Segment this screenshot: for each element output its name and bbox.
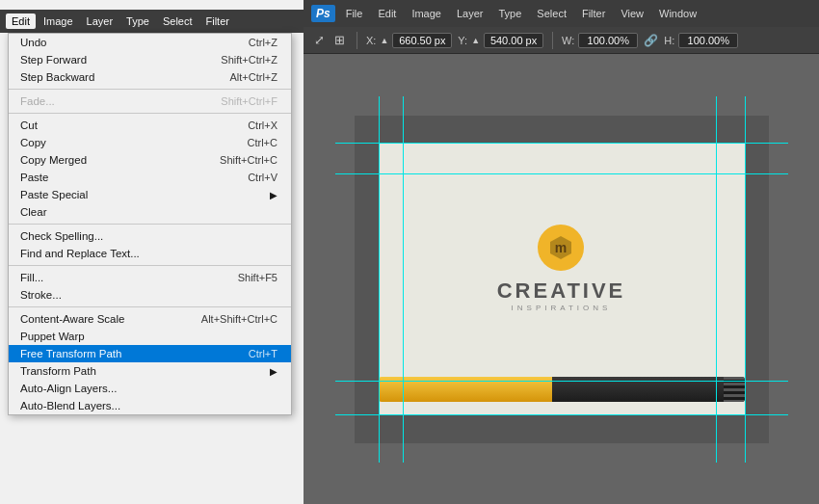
menu-item-auto-blend-layers[interactable]: Auto-Blend Layers...	[9, 397, 291, 414]
logo-creative-text: CREATIVE	[497, 279, 626, 304]
ps-menu-filter[interactable]: Filter	[575, 6, 612, 21]
w-size-group: W: 100.00%	[562, 33, 638, 48]
transform-mode-icon[interactable]: ⊞	[331, 31, 348, 49]
ps-menu-window[interactable]: Window	[652, 6, 703, 21]
w-label: W:	[562, 35, 574, 46]
guide-right-inner	[716, 96, 717, 463]
menu-item-step-forward[interactable]: Step Forward Shift+Ctrl+Z	[9, 51, 291, 68]
ps-titlebar: Ps File Edit Image Layer Type Select Fil…	[304, 0, 819, 27]
ps-logo: Ps	[311, 5, 335, 22]
document-canvas: m CREATIVE INSPIRATIONS	[355, 116, 769, 443]
y-label: Y:	[458, 35, 467, 46]
y-triangle-icon: ▲	[471, 36, 480, 45]
menu-filter[interactable]: Filter	[200, 13, 235, 29]
x-value[interactable]: 660.50 px	[392, 33, 452, 48]
menu-item-auto-align-layers[interactable]: Auto-Align Layers...	[9, 380, 291, 397]
menu-item-content-aware-scale[interactable]: Content-Aware Scale Alt+Shift+Ctrl+C	[9, 310, 291, 328]
logo-inspirations-text: INSPIRATIONS	[512, 304, 612, 312]
h-size-group: H: 100.00%	[664, 33, 738, 48]
menu-item-copy-merged[interactable]: Copy Merged Shift+Ctrl+C	[9, 151, 291, 169]
y-position-group: Y: ▲ 540.00 px	[458, 33, 543, 48]
guide-left-outer	[379, 96, 380, 463]
content-area: m CREATIVE INSPIRATIONS	[379, 143, 745, 414]
separator-2	[9, 113, 291, 114]
menu-item-step-backward[interactable]: Step Backward Alt+Ctrl+Z	[9, 68, 291, 86]
logo-area: m CREATIVE INSPIRATIONS	[497, 225, 626, 312]
ps-menu-view[interactable]: View	[614, 6, 650, 21]
menu-item-paste[interactable]: Paste Ctrl+V	[9, 169, 291, 186]
ps-menu-layer[interactable]: Layer	[450, 6, 490, 21]
ps-options-bar: ⤢ ⊞ X: ▲ 660.50 px Y: ▲ 540.00 px W: 100…	[304, 27, 819, 54]
ps-menu-bar: File Edit Image Layer Type Select Filter…	[339, 6, 703, 21]
w-value[interactable]: 100.00%	[578, 33, 638, 48]
menu-item-puppet-warp[interactable]: Puppet Warp	[9, 328, 291, 345]
logo-circle: m	[538, 225, 584, 271]
menu-item-undo[interactable]: Undo Ctrl+Z	[9, 34, 291, 51]
menu-select[interactable]: Select	[157, 13, 198, 29]
transform-arrow-icon[interactable]: ⤢	[311, 31, 328, 49]
canvas-area: m CREATIVE INSPIRATIONS	[304, 54, 819, 504]
menu-item-copy[interactable]: Copy Ctrl+C	[9, 134, 291, 151]
menu-item-find-replace[interactable]: Find and Replace Text...	[9, 245, 291, 262]
cutter-tool	[379, 374, 745, 405]
menu-item-clear[interactable]: Clear	[9, 203, 291, 221]
menu-item-free-transform-path[interactable]: Free Transform Path Ctrl+T	[9, 345, 291, 362]
menu-edit[interactable]: Edit	[6, 13, 36, 29]
transform-tool-group: ⤢ ⊞	[311, 31, 348, 49]
x-triangle-icon: ▲	[380, 36, 388, 45]
right-panel: Ps File Edit Image Layer Type Select Fil…	[304, 0, 819, 504]
menu-item-paste-special[interactable]: Paste Special ▶	[9, 186, 291, 203]
guide-right-outer	[745, 96, 746, 463]
menu-item-fill[interactable]: Fill... Shift+F5	[9, 269, 291, 286]
menu-item-stroke[interactable]: Stroke...	[9, 286, 291, 304]
ps-menu-select[interactable]: Select	[530, 6, 573, 21]
menu-layer[interactable]: Layer	[81, 13, 119, 29]
ps-menu-file[interactable]: File	[339, 6, 370, 21]
menu-image[interactable]: Image	[38, 13, 79, 29]
menu-item-check-spelling[interactable]: Check Spelling...	[9, 227, 291, 245]
left-panel: Edit Image Layer Type Select Filter Undo…	[0, 0, 304, 504]
ps-menu-image[interactable]: Image	[405, 6, 448, 21]
menu-item-fade[interactable]: Fade... Shift+Ctrl+F	[9, 93, 291, 110]
menu-bar: Edit Image Layer Type Select Filter	[0, 10, 304, 33]
separator-1	[9, 89, 291, 90]
ps-menu-edit[interactable]: Edit	[371, 6, 403, 21]
guide-left-inner	[403, 96, 404, 463]
toolbar-separator-1	[357, 32, 357, 49]
h-value[interactable]: 100.00%	[678, 33, 738, 48]
svg-text:m: m	[555, 240, 567, 255]
separator-3	[9, 224, 291, 225]
x-label: X:	[366, 35, 376, 46]
separator-5	[9, 306, 291, 307]
doc-inner: m CREATIVE INSPIRATIONS	[379, 143, 745, 414]
chain-link-icon[interactable]: 🔗	[644, 34, 658, 47]
ps-menu-type[interactable]: Type	[492, 6, 529, 21]
menu-item-transform-path[interactable]: Transform Path ▶	[9, 362, 291, 380]
menu-type[interactable]: Type	[120, 13, 155, 29]
h-label: H:	[664, 35, 674, 46]
x-position-group: X: ▲ 660.50 px	[366, 33, 452, 48]
y-value[interactable]: 540.00 px	[484, 33, 543, 48]
menu-item-cut[interactable]: Cut Ctrl+X	[9, 117, 291, 134]
separator-4	[9, 265, 291, 266]
logo-svg-icon: m	[546, 233, 575, 262]
toolbar-separator-2	[552, 32, 553, 49]
edit-dropdown-menu: Undo Ctrl+Z Step Forward Shift+Ctrl+Z St…	[8, 33, 292, 415]
